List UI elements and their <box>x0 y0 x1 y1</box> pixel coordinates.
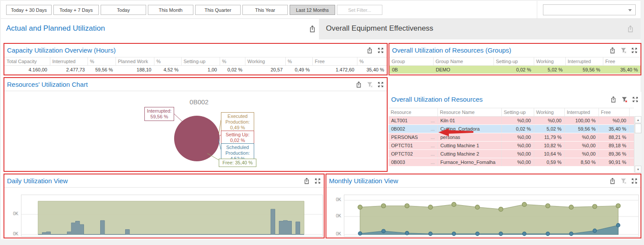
resource-row-0b003[interactable]: 0B003... Furnace_Horno_Fornalha %0,00 0,… <box>388 158 634 167</box>
filter-clear-icon[interactable] <box>366 81 373 88</box>
set-filter-button[interactable]: Set Filter... <box>337 5 382 15</box>
filter-button-today-plus-7[interactable]: Today + 7 Days <box>53 5 99 15</box>
group-row-demo[interactable]: 0B DEMO 0,02 % 5,02 % 59,56 % 35,40 % <box>389 66 640 74</box>
cell-setting-pct: 0,02 % <box>220 66 245 74</box>
col-header[interactable]: Free <box>598 108 629 117</box>
filter-active-clear-icon[interactable] <box>621 96 628 103</box>
export-icon[interactable] <box>366 47 373 54</box>
resource-row-optct01[interactable]: OPTCT01... Cutting Machine 1 %0,00 10,82… <box>388 142 634 150</box>
filter-button-today[interactable]: Today <box>101 5 146 15</box>
export-icon[interactable] <box>303 178 310 185</box>
col-header[interactable]: Resource Name <box>438 108 501 117</box>
y-axis-label: 0K <box>331 197 341 202</box>
cell-free-pct: 35,40 % <box>357 66 387 74</box>
panel-utilization-resources: Overall Utilization of Resources <box>388 92 641 173</box>
y-axis-label: 0K <box>8 231 18 236</box>
resource-filter-dropdown[interactable] <box>543 4 636 15</box>
expand-icon[interactable] <box>377 81 384 88</box>
scroll-up-button[interactable]: ▲ <box>635 116 641 123</box>
resource-row-alt001[interactable]: ALT001... Kiln 01 %0,00 %0,00 100,00 % %… <box>388 117 634 125</box>
cell-working: 0,59 % <box>534 158 564 167</box>
col-header[interactable]: Working <box>245 57 285 66</box>
monthly-area-chart <box>344 195 639 237</box>
cell-planned-pct: 4,52 % <box>154 66 181 74</box>
filter-button-this-quarter[interactable]: This Quarter <box>195 5 241 15</box>
filter-button-this-year[interactable]: This Year <box>242 5 288 15</box>
cell-interrupted-pct: 59,56 % <box>88 66 116 74</box>
export-icon[interactable] <box>626 25 634 33</box>
col-header[interactable]: Free <box>312 57 357 66</box>
filter-clear-icon[interactable] <box>620 178 627 185</box>
col-header[interactable]: % <box>285 57 312 66</box>
export-icon[interactable] <box>609 178 616 185</box>
ellipsis-button[interactable]: ... <box>430 135 434 140</box>
tab-actual-planned-utilization[interactable]: Actual and Planned Utilization <box>1 19 319 39</box>
filter-button-this-month[interactable]: This Month <box>148 5 193 15</box>
filter-button-today-plus-30[interactable]: Today + 30 Days <box>6 5 52 15</box>
panel-resources-utilization-chart: Resources' Utilization Chart <box>4 77 388 172</box>
col-header[interactable]: Interrupted <box>564 108 598 117</box>
groups-table: Group Group Name Setting-up Working Inte… <box>389 57 640 74</box>
date-filter-toolbar: Today + 30 Days Today + 7 Days Today Thi… <box>1 1 640 19</box>
col-header[interactable]: Group Name <box>433 57 494 66</box>
ellipsis-button[interactable]: ... <box>430 151 434 156</box>
cell-working: 10,82 % <box>534 142 564 150</box>
expand-icon[interactable] <box>632 96 639 103</box>
col-header[interactable]: Setting-up <box>494 57 534 66</box>
panel-header: Overall Utilization of Resources (Groups… <box>389 44 640 57</box>
resource-row-optct02[interactable]: OPTCT02... Cutting Machine 2 %0,00 10,64… <box>388 150 634 158</box>
capacity-value-row[interactable]: 4.160,00 2.477,73 59,56 % 188,10 4,52 % … <box>4 66 387 74</box>
col-header[interactable]: % <box>220 57 245 66</box>
cell-interrupted: %0,00 <box>564 133 598 142</box>
expand-icon[interactable] <box>377 47 384 54</box>
col-header[interactable]: % <box>88 57 116 66</box>
col-header[interactable]: Interrupted <box>50 57 88 66</box>
ellipsis-button[interactable]: ... <box>430 118 434 123</box>
expand-icon[interactable] <box>631 178 638 185</box>
resource-row-personas[interactable]: PERSONAS... personas %0,00 11,79 % %0,00… <box>388 133 634 142</box>
col-header[interactable]: Group <box>389 57 433 66</box>
panel-header: Overall Utilization of Resources <box>388 92 641 108</box>
scrollbar-thumb[interactable] <box>635 124 641 133</box>
capacity-table: Total Capacity Interrupted % Planned Wor… <box>4 57 387 74</box>
expand-icon[interactable] <box>631 47 638 54</box>
export-icon[interactable] <box>308 25 316 33</box>
panel-monthly-utilization: Monthly Utilization View 0K 0K 0K <box>326 174 641 238</box>
expand-icon[interactable] <box>314 178 321 185</box>
ellipsis-button[interactable]: ... <box>430 143 434 148</box>
filter-clear-icon[interactable] <box>620 47 627 54</box>
col-header[interactable]: Setting-up <box>181 57 220 66</box>
ellipsis-button[interactable]: ... <box>430 126 434 131</box>
y-axis-label: 0K <box>331 213 341 218</box>
export-icon[interactable] <box>609 47 616 54</box>
cell-resource-name: Cutting Machine 1 <box>438 142 501 150</box>
panel-header: Capacity Utilization Overview (Hours) <box>4 44 387 57</box>
panel-header: Daily Utilization View <box>4 174 324 188</box>
col-header[interactable]: Working <box>534 57 565 66</box>
vertical-scrollbar[interactable]: ▲ ▼ <box>634 116 641 173</box>
ellipsis-button[interactable]: ... <box>430 160 434 165</box>
tab-overall-equipment-effectiveness[interactable]: Overall Equipment Effectiveness <box>319 19 640 39</box>
export-icon[interactable] <box>355 81 362 88</box>
cell-interrupted: 100,00 % <box>564 117 598 125</box>
col-header[interactable]: Working <box>534 108 564 117</box>
cell-setting: 0,02 % <box>501 125 534 133</box>
y-axis-label: 0K <box>331 231 341 236</box>
col-header[interactable]: Total Capacity <box>4 57 50 66</box>
y-axis-label: 0K <box>8 211 18 216</box>
cell-working: %0,00 <box>534 117 564 125</box>
cell-resource-name: Cutting Machine 2 <box>438 150 501 158</box>
resource-row-0b002-selected[interactable]: 0B002... Cutting_Cortadora 0,02 % 5,02 %… <box>388 125 634 133</box>
col-header[interactable]: Planned Work <box>116 57 154 66</box>
col-header[interactable]: Free <box>603 57 640 66</box>
resources-header-row: Resource Resource Name Setting-up Workin… <box>388 108 634 117</box>
export-icon[interactable] <box>610 96 617 103</box>
col-header[interactable]: % <box>357 57 387 66</box>
col-header[interactable]: Setting-up <box>501 108 534 117</box>
col-header[interactable]: Interrupted <box>565 57 603 66</box>
col-header[interactable]: % <box>154 57 181 66</box>
col-header[interactable]: Resource <box>388 108 438 117</box>
filter-button-last-12-months[interactable]: Last 12 Months <box>290 5 335 15</box>
panel-title: Resources' Utilization Chart <box>7 81 88 88</box>
scroll-down-button[interactable]: ▼ <box>635 166 641 173</box>
